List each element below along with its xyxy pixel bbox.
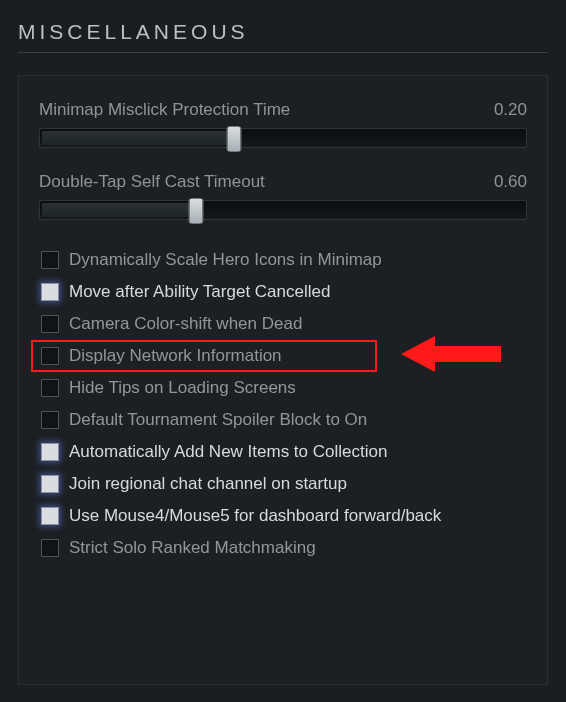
section-title: MISCELLANEOUS xyxy=(18,20,548,53)
slider-thumb[interactable] xyxy=(188,198,203,224)
option-row[interactable]: Display Network Information xyxy=(39,340,527,372)
checkbox[interactable] xyxy=(41,315,59,333)
option-label: Strict Solo Ranked Matchmaking xyxy=(69,538,316,558)
option-row[interactable]: Hide Tips on Loading Screens xyxy=(39,372,527,404)
option-row[interactable]: Automatically Add New Items to Collectio… xyxy=(39,436,527,468)
options-list: Dynamically Scale Hero Icons in Minimap … xyxy=(39,244,527,564)
checkbox[interactable] xyxy=(41,507,59,525)
option-row[interactable]: Use Mouse4/Mouse5 for dashboard forward/… xyxy=(39,500,527,532)
option-row[interactable]: Strict Solo Ranked Matchmaking xyxy=(39,532,527,564)
settings-panel: Minimap Misclick Protection Time 0.20 Do… xyxy=(18,75,548,685)
svg-marker-0 xyxy=(401,336,501,372)
option-label: Dynamically Scale Hero Icons in Minimap xyxy=(69,250,382,270)
checkbox[interactable] xyxy=(41,379,59,397)
slider-double-tap-self-cast: Double-Tap Self Cast Timeout 0.60 xyxy=(39,172,527,220)
slider-fill xyxy=(42,131,236,145)
checkbox[interactable] xyxy=(41,411,59,429)
slider-fill xyxy=(42,203,198,217)
slider-track[interactable] xyxy=(39,128,527,148)
slider-label: Minimap Misclick Protection Time xyxy=(39,100,290,120)
option-label: Move after Ability Target Cancelled xyxy=(69,282,330,302)
option-row[interactable]: Dynamically Scale Hero Icons in Minimap xyxy=(39,244,527,276)
slider-minimap-misclick: Minimap Misclick Protection Time 0.20 xyxy=(39,100,527,148)
option-row[interactable]: Camera Color-shift when Dead xyxy=(39,308,527,340)
checkbox[interactable] xyxy=(41,539,59,557)
checkbox[interactable] xyxy=(41,443,59,461)
checkbox[interactable] xyxy=(41,283,59,301)
slider-track[interactable] xyxy=(39,200,527,220)
option-label: Use Mouse4/Mouse5 for dashboard forward/… xyxy=(69,506,441,526)
option-label: Hide Tips on Loading Screens xyxy=(69,378,296,398)
option-label: Camera Color-shift when Dead xyxy=(69,314,302,334)
slider-value: 0.20 xyxy=(494,100,527,120)
checkbox[interactable] xyxy=(41,475,59,493)
slider-label: Double-Tap Self Cast Timeout xyxy=(39,172,265,192)
option-label: Join regional chat channel on startup xyxy=(69,474,347,494)
checkbox[interactable] xyxy=(41,347,59,365)
option-row[interactable]: Join regional chat channel on startup xyxy=(39,468,527,500)
checkbox[interactable] xyxy=(41,251,59,269)
option-row[interactable]: Move after Ability Target Cancelled xyxy=(39,276,527,308)
option-label: Display Network Information xyxy=(69,346,282,366)
option-label: Automatically Add New Items to Collectio… xyxy=(69,442,387,462)
slider-thumb[interactable] xyxy=(227,126,242,152)
option-label: Default Tournament Spoiler Block to On xyxy=(69,410,367,430)
option-row[interactable]: Default Tournament Spoiler Block to On xyxy=(39,404,527,436)
slider-value: 0.60 xyxy=(494,172,527,192)
